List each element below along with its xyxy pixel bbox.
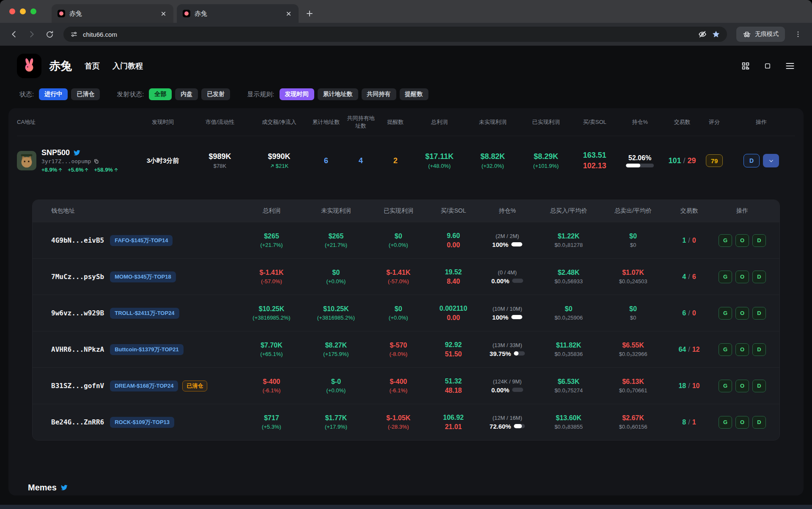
change-24h: +58.9% (94, 167, 112, 173)
action-d-button[interactable]: D (752, 343, 766, 356)
browser-navbar: chitu66.com 无痕模式 (0, 23, 812, 46)
action-g-button[interactable]: G (719, 380, 732, 392)
wallet-row[interactable]: 7MuCz...psySb MOMO-$345万-TOP18 $-1.41K(-… (33, 258, 779, 295)
token-position-tag[interactable]: MOMO-$345万-TOP18 (110, 271, 176, 282)
buy-avg-price: $0.0₃35836 (554, 351, 583, 357)
site-settings-icon[interactable] (70, 30, 78, 38)
reload-button[interactable] (41, 26, 58, 42)
token-position-tag[interactable]: ROCK-$109万-TOP13 (110, 417, 174, 428)
filter-rule-common-hold[interactable]: 共同持有 (362, 88, 396, 100)
nav-tutorial-link[interactable]: 入门教程 (112, 61, 143, 71)
action-g-button[interactable]: G (719, 343, 732, 356)
action-d-button[interactable]: D (752, 416, 766, 429)
wallet-address[interactable]: B31SZ...gofnV (51, 382, 104, 390)
close-window-button[interactable] (9, 8, 15, 14)
wallet-address[interactable]: AVHR6...NPkzA (51, 345, 104, 353)
action-g-button[interactable]: G (719, 234, 732, 247)
action-g-button[interactable]: G (719, 271, 732, 283)
action-o-button[interactable]: O (735, 271, 749, 283)
filter-rule-address-count[interactable]: 累计地址数 (318, 88, 358, 100)
browser-tab-2-active[interactable]: 赤兔 (177, 4, 299, 23)
new-tab-button[interactable] (303, 7, 316, 20)
total-profit: $717 (264, 414, 279, 422)
wallet-address[interactable]: Be24G...ZnRR6 (51, 418, 104, 426)
sell-total: $6.13K (622, 378, 644, 386)
wallet-row[interactable]: Be24G...ZnRR6 ROCK-$109万-TOP13 $717(+5.3… (33, 404, 779, 440)
next-token-section[interactable]: Memes (28, 483, 795, 493)
collapse-button[interactable] (763, 154, 779, 167)
detail-d-button[interactable]: D (743, 154, 760, 167)
col-buy-avg: 总买入/平均价 (536, 207, 601, 215)
col-buy-sell-sol: 买/卖SOL (428, 207, 479, 215)
realized-profit: $-400 (390, 378, 407, 386)
site-header: 赤兔 首页 入门教程 (0, 46, 812, 86)
token-row[interactable]: SNP500 3yr17Z...oopump +8.9% +5.6% (17, 136, 795, 185)
stop-square-icon[interactable] (764, 62, 771, 70)
token-position-tag[interactable]: TROLL-$2411万-TOP24 (110, 308, 179, 319)
filter-launch-launched[interactable]: 已发射 (201, 88, 230, 100)
contract-address[interactable]: 3yr17Z...oopump (41, 158, 91, 164)
wallet-address[interactable]: 4G9bN...eivB5 (51, 236, 104, 244)
action-o-button[interactable]: O (735, 307, 749, 320)
action-g-button[interactable]: G (719, 307, 732, 320)
realized-profit: $-1.41K (387, 269, 411, 276)
col-common-hold: 共同持有地址数 (343, 115, 378, 129)
token-name[interactable]: SNP500 (41, 148, 70, 157)
browser-tab-1[interactable]: 赤兔 (52, 4, 173, 23)
sell-avg-price: $0.0₃32966 (619, 351, 647, 357)
tx-sell-count: 12 (692, 346, 700, 353)
incognito-icon (743, 30, 751, 38)
twitter-icon[interactable] (60, 484, 68, 491)
action-d-button[interactable]: D (752, 380, 766, 392)
zoom-window-button[interactable] (30, 8, 36, 14)
wallet-row[interactable]: 9w6vz...w929B TROLL-$2411万-TOP24 $10.25K… (33, 295, 779, 331)
col-found-time: 发现时间 (135, 118, 190, 126)
forward-button[interactable] (24, 26, 40, 42)
site-logo[interactable] (17, 54, 41, 78)
holdings: (124K / 9M) (493, 378, 522, 385)
copy-icon[interactable] (93, 159, 99, 164)
eye-off-icon[interactable] (698, 30, 707, 38)
sell-avg-price: $0.0₃70661 (619, 387, 647, 394)
col-realized: 已实现利润 (519, 118, 573, 126)
col-total-profit: 总利润 (240, 207, 303, 215)
wallet-row[interactable]: B31SZ...gofnV DREAM-$168万-TOP24 已清仓 $-40… (33, 367, 779, 404)
total-profit: $265 (264, 233, 279, 240)
token-position-tag[interactable]: FAFO-$145万-TOP14 (110, 235, 173, 246)
filter-launch-all[interactable]: 全部 (149, 88, 172, 100)
action-g-button[interactable]: G (719, 416, 732, 429)
close-tab-icon[interactable] (159, 9, 167, 18)
url-bar[interactable]: chitu66.com (63, 27, 727, 42)
action-o-button[interactable]: O (735, 234, 749, 247)
nav-home-link[interactable]: 首页 (85, 61, 100, 71)
menu-hamburger-icon[interactable] (785, 61, 795, 71)
cleared-badge: 已清仓 (182, 380, 207, 391)
filter-status-active[interactable]: 进行中 (39, 88, 68, 100)
twitter-icon[interactable] (73, 149, 80, 156)
wallet-row[interactable]: 4G9bN...eivB5 FAFO-$145万-TOP14 $265(+21.… (33, 222, 779, 258)
filter-rule-alert-count[interactable]: 提醒数 (400, 88, 428, 100)
filter-rule-discover-time[interactable]: 发现时间 (280, 88, 314, 100)
action-o-button[interactable]: O (735, 380, 749, 392)
next-token-name[interactable]: Memes (28, 483, 57, 493)
realized-profit: $0 (395, 305, 402, 313)
token-position-tag[interactable]: Buttcoin-$1379万-TOP21 (110, 344, 183, 355)
token-position-tag[interactable]: DREAM-$168万-TOP24 (110, 380, 178, 391)
minimize-window-button[interactable] (20, 8, 26, 14)
action-d-button[interactable]: D (752, 234, 766, 247)
action-o-button[interactable]: O (735, 416, 749, 429)
brand-name[interactable]: 赤兔 (49, 58, 72, 74)
wallet-row[interactable]: AVHR6...NPkzA Buttcoin-$1379万-TOP21 $7.7… (33, 331, 779, 367)
back-button[interactable] (6, 26, 22, 42)
close-tab-icon[interactable] (284, 9, 293, 18)
filter-status-cleared[interactable]: 已清仓 (71, 88, 100, 100)
wallet-address[interactable]: 7MuCz...psySb (51, 273, 104, 281)
action-o-button[interactable]: O (735, 343, 749, 356)
action-d-button[interactable]: D (752, 307, 766, 320)
qr-scan-icon[interactable] (741, 61, 750, 71)
bookmark-star-icon[interactable] (712, 30, 720, 38)
wallet-address[interactable]: 9w6vz...w929B (51, 309, 104, 317)
filter-launch-inner[interactable]: 内盘 (175, 88, 198, 100)
action-d-button[interactable]: D (752, 271, 766, 283)
browser-menu-icon[interactable] (790, 26, 806, 42)
